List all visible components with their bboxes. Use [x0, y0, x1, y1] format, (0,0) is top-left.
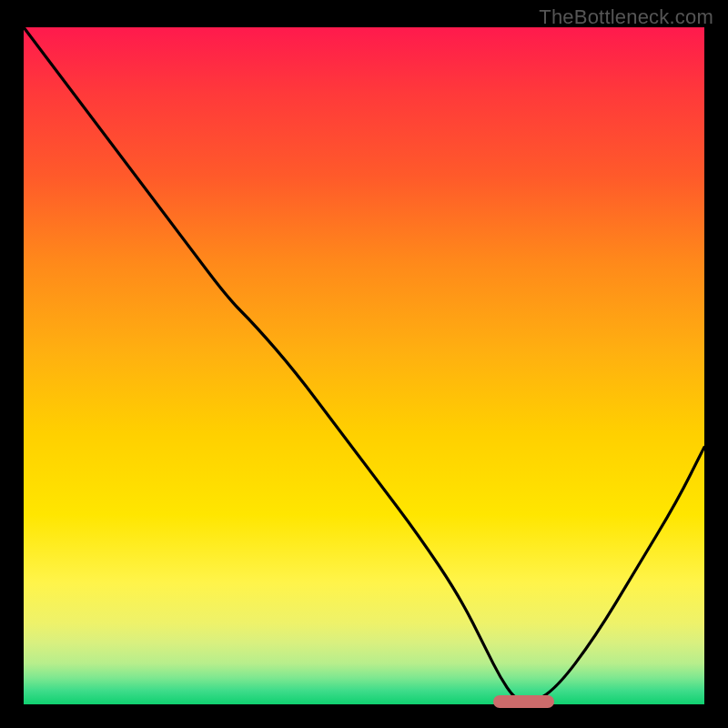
bottleneck-curve-path	[24, 27, 704, 703]
minimum-marker	[493, 695, 554, 708]
watermark-text: TheBottleneck.com	[539, 5, 713, 29]
curve-svg	[24, 27, 704, 704]
chart-container: TheBottleneck.com	[0, 0, 728, 728]
plot-area	[24, 27, 704, 704]
